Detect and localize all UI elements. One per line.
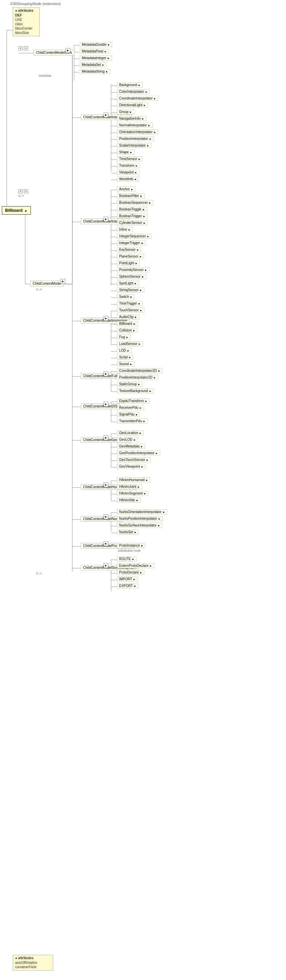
- expand-row-top[interactable]: + +: [19, 46, 29, 51]
- group-node: Group ►: [117, 109, 134, 114]
- billboard-expand: ►: [24, 209, 27, 213]
- normal-interpolator-node: NormalInterpolator ►: [117, 123, 153, 128]
- export-node: EXPORT ►: [117, 583, 138, 588]
- color-interpolator-node: ColorInterpolator ►: [117, 89, 150, 94]
- child-content-nurbs: ChildContentModelNurbs: [81, 516, 123, 522]
- static-group-node: StaticGroup ►: [117, 382, 143, 387]
- geo-touch-sensor-node: GeoTouchSensor ►: [117, 457, 151, 462]
- signal-pdu-node: SignalPdu ►: [117, 412, 140, 417]
- metadata-float: MetadataFloat ►: [80, 49, 109, 54]
- attr-def: DEF: [15, 13, 37, 18]
- boolean-sequencer-node: BooleanSequencer ►: [117, 200, 153, 205]
- pos-interp-2d-node: PositionInterpolator2D ►: [117, 375, 158, 380]
- time-sensor-node: TimeSensor ►: [117, 156, 143, 161]
- hanim-joint-node: HAnimJoint ►: [117, 484, 142, 489]
- nurbs-surface-interp-node: NurbsSurfaceInterpolator ►: [117, 523, 162, 528]
- geospatial-connector[interactable]: ►: [104, 435, 108, 440]
- nurbs-set-node: NurbsSet ►: [117, 530, 139, 535]
- transform-node: Transform ►: [117, 163, 140, 168]
- geo-location-node: GeoLocation ►: [117, 430, 144, 435]
- attr-class: class: [15, 22, 37, 26]
- inline-node: Inline ►: [117, 227, 133, 232]
- core-expand-icon[interactable]: ►: [66, 48, 70, 53]
- hanim-humanoid-node: HAnimHumanoid ►: [117, 477, 150, 482]
- geo-position-interpolator-node: GeoPositionInterpolator ►: [117, 450, 160, 455]
- child-content-multiplicity: 0..∞: [36, 288, 42, 291]
- scalar-interpolator-node: ScalarInterpolator ►: [117, 143, 152, 148]
- child-content-full: ChildContentModelFull: [81, 373, 120, 379]
- integer-sequencer-node: IntegerSequencer ►: [117, 234, 152, 239]
- child-content-model: ChildContentModel: [30, 281, 64, 286]
- expand-area-middle: + + 0..∞: [19, 189, 29, 197]
- attributes-bottom-box: ● attributes axisOfRotation containerFie…: [13, 955, 53, 970]
- interchange-connector[interactable]: ►: [104, 113, 108, 117]
- diagram-title: X3DGroupingNode (extension): [10, 2, 61, 6]
- point-light-node: PointLight ►: [117, 261, 140, 266]
- sphere-sensor-node: SphereSensor ►: [117, 274, 146, 279]
- fog-node: Fog ►: [117, 334, 131, 340]
- expand-icon-mid2[interactable]: +: [24, 189, 28, 193]
- world-info-node: WorldInfo ►: [117, 177, 139, 181]
- import-node: IMPORT ►: [117, 577, 137, 582]
- metadata-set: MetadataSet ►: [80, 62, 106, 67]
- transmitter-pdu-node: TransmitterPdu ►: [117, 418, 148, 423]
- time-trigger-node: TimeTrigger ►: [117, 301, 143, 306]
- load-sensor-node: LoadSensor ►: [117, 341, 143, 346]
- attr-use: USE: [15, 18, 37, 22]
- cylinder-sensor-node: CylinderSensor ►: [117, 220, 148, 225]
- plane-sensor-node: PlaneSensor ►: [117, 254, 144, 259]
- metadata-double: MetadataDouble ►: [80, 42, 112, 47]
- dis-connector[interactable]: ►: [104, 402, 108, 406]
- geo-metadata-node: GeoMetadata ►: [117, 444, 145, 449]
- nurbs-connector[interactable]: ►: [104, 514, 108, 519]
- attributes-top-title: ● attributes: [15, 9, 37, 13]
- coordinate-interpolator-node: CoordinateInterpolator ►: [117, 96, 158, 101]
- switch-node: Switch ►: [117, 294, 134, 299]
- collision-node: Collision ►: [117, 328, 137, 333]
- attributes-bottom-title: ● attributes: [15, 956, 51, 960]
- child-content-expand[interactable]: ►: [61, 279, 65, 284]
- hanim-segment-node: HAnimSegment ►: [117, 491, 149, 496]
- extern-proto-declare-node: ExternProtoDeclare ►: [117, 563, 154, 568]
- boolean-filter-node: BooleanFilter ►: [117, 193, 145, 198]
- metadata-string: MetadataString ►: [80, 69, 110, 74]
- proto-instance-note: substitution node: [118, 549, 141, 552]
- full-connector[interactable]: ►: [104, 371, 108, 376]
- integer-trigger-node: IntegerTrigger ►: [117, 240, 146, 245]
- orientation-interpolator-node: OrientationInterpolator ►: [117, 129, 158, 134]
- navigation-info-node: NavigationInfo ►: [117, 116, 146, 121]
- receiver-pdu-node: ReceiverPdu ►: [117, 405, 144, 410]
- expand-icon-top[interactable]: +: [19, 46, 22, 51]
- nurbs-position-interp-node: NurbsPositionInterpolator ►: [117, 516, 163, 521]
- attr-container-field: containerField: [15, 965, 51, 969]
- shape-node: Shape ►: [117, 150, 134, 155]
- diagram-container: X3DGroupingNode (extension): [0, 0, 286, 958]
- proto-connector[interactable]: ►: [104, 541, 108, 546]
- proto-declare-node: ProtoDeclare ►: [117, 570, 144, 575]
- attr-axis-of-rotation: axisOfRotation: [15, 961, 51, 965]
- geo-lod-node: GeoLOD ►: [117, 437, 138, 442]
- geo-viewpoint-node: GeoViewpoint ►: [117, 464, 146, 469]
- key-sensor-node: KeySensor ►: [117, 247, 141, 252]
- spotlight-node: SpotLight ►: [117, 281, 139, 286]
- route-node: ROUTE ►: [117, 557, 137, 562]
- immersive-connector[interactable]: ►: [104, 316, 108, 321]
- sound-node: Sound ►: [117, 361, 134, 366]
- background-node: Background ►: [117, 83, 143, 88]
- expand-icon-mid1[interactable]: +: [19, 189, 22, 193]
- attr-bboxcenter: bboxCenter: [15, 26, 37, 30]
- expand-icon-top2[interactable]: +: [24, 46, 28, 51]
- directional-light-node: DirectionalLight ►: [117, 103, 148, 108]
- nurbs-orientation-interp-node: NurbsOrientationInterpolator ►: [117, 509, 167, 514]
- espdu-transform-node: EspduTransform ►: [117, 398, 149, 403]
- interactive-connector[interactable]: ►: [104, 217, 108, 221]
- script-node: Script ►: [117, 355, 133, 360]
- billboard-node[interactable]: Billboard ►: [2, 206, 31, 215]
- lod-node: LOD ►: [117, 348, 131, 353]
- humanoid-connector[interactable]: ►: [104, 482, 108, 487]
- anchor-node: Anchor ►: [117, 186, 135, 192]
- touch-sensor-node: TouchSensor ►: [117, 308, 144, 313]
- boolean-trigger-node: BooleanTrigger ►: [117, 213, 148, 218]
- billboard-immersive-node: Billboard ►: [117, 321, 138, 326]
- scene-connector[interactable]: ►: [104, 563, 108, 568]
